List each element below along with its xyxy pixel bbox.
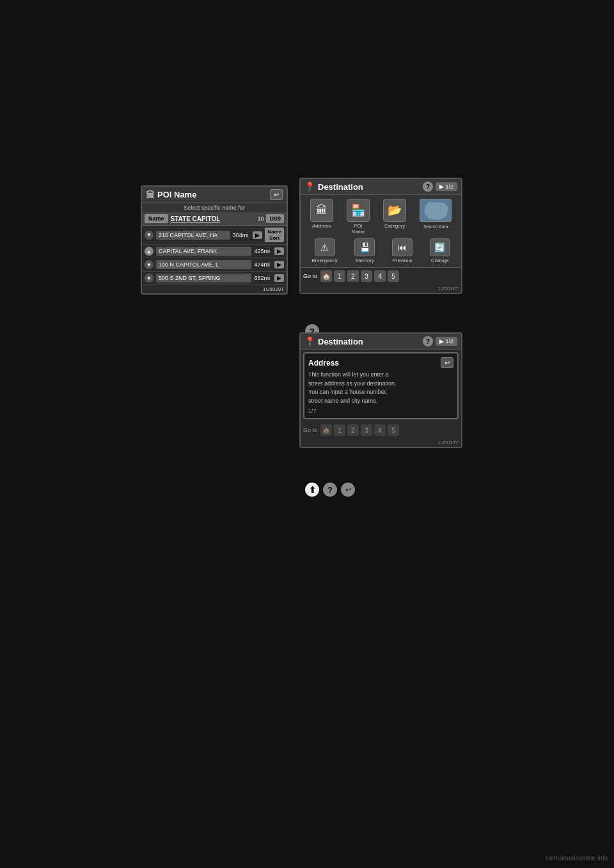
poi-list-item: ▼ 210 CAPITOL AVE, HA 304mi ▶ NameSort: [142, 226, 287, 245]
poi-header-title: 🏛 POI Name: [146, 190, 196, 200]
watermark-text: carmanualsonline.info: [546, 855, 608, 862]
popup-back-button[interactable]: ↩: [441, 357, 453, 368]
icon-row-below-screens: ⬆ ? ↩: [305, 483, 355, 497]
dest-change-label: Change: [431, 258, 449, 263]
poi-down-arrow-icon-0[interactable]: ▼: [145, 231, 154, 240]
dest-goto-3-button-2[interactable]: 3: [361, 424, 372, 436]
poi-subtitle-text: Select specific name for: [142, 203, 287, 212]
dest-goto-label-1: Go to: [303, 273, 317, 279]
dest-memory-button[interactable]: 💾 Memory: [354, 238, 375, 263]
dest-category-icon: 📂: [383, 199, 406, 222]
dest-goto-3-button[interactable]: 3: [361, 270, 372, 282]
dest-category-button[interactable]: 📂 Category: [383, 199, 406, 235]
dest-poi-icon: 🏪: [347, 199, 370, 222]
page-background: 🏛 POI Name ↩ Select specific name for Na…: [0, 0, 614, 868]
poi-result-count: 10: [257, 215, 264, 222]
popup-title-row: Address ↩: [308, 357, 453, 368]
poi-item-text-3: 500 S 2ND ST, SPRING: [156, 274, 251, 283]
popup-line-1: This function will let you enter a: [308, 371, 453, 380]
dest-emergency-label: Emergency: [311, 258, 337, 263]
poi-distance-2: 474mi: [254, 261, 270, 268]
poi-item-text-2: 100 N CAPITOL AVE, L: [156, 260, 251, 269]
back-circle-icon: ↩: [341, 483, 355, 497]
poi-name-button[interactable]: Name: [145, 214, 168, 223]
poi-chevron-0[interactable]: ▶: [253, 231, 262, 239]
address-help-popup: Address ↩ This function will let you ent…: [303, 352, 459, 419]
dest-address-label: Address: [312, 223, 331, 229]
dest-goto-5-button-2[interactable]: 5: [388, 424, 399, 436]
poi-item-text-0: 210 CAPITOL AVE, HA: [156, 231, 230, 240]
popup-line-3: You can input a house number,: [308, 388, 453, 397]
dest-goto-2-button[interactable]: 2: [347, 270, 359, 282]
dest-previous-label: Previous: [392, 258, 412, 263]
poi-back-button[interactable]: ↩: [270, 189, 283, 200]
dest-goto-4-button[interactable]: 4: [374, 270, 386, 282]
arrow-up-icon: ⬆: [305, 483, 319, 497]
dest-page-indicator-2: ▶ 1/2: [436, 337, 457, 346]
poi-title-text: POI Name: [157, 190, 196, 199]
dest-bottom-row-1: ⚠ Emergency 💾 Memory ⏮ Previous 🔄 Change: [301, 236, 461, 268]
dest-search-area-button[interactable]: Search Area: [420, 199, 452, 235]
poi-list-item: ▼ 100 N CAPITOL AVE, L 474mi ▶: [142, 258, 287, 272]
poi-up-arrow-icon-1[interactable]: ▲: [145, 247, 154, 256]
dest-goto-home-icon[interactable]: 🏠: [320, 270, 332, 282]
dest-address-button[interactable]: 🏛 Address: [310, 199, 333, 235]
help-circle-icon: ?: [323, 483, 337, 497]
poi-down-arrow-icon-2[interactable]: ▼: [145, 260, 154, 269]
dest-goto-5-button[interactable]: 5: [388, 270, 399, 282]
poi-chevron-2[interactable]: ▶: [274, 261, 284, 268]
dest-goto-label-2: Go to: [303, 427, 317, 433]
dest-pin-icon-1: 📍: [304, 182, 315, 192]
popup-page-number: 1/7: [308, 408, 453, 414]
dest-screen-id-1: 1U5016T: [301, 284, 461, 293]
dest-header-2: 📍 Destination ? ▶ 1/2: [301, 334, 461, 350]
dest-address-icon: 🏛: [310, 199, 333, 222]
poi-building-icon: 🏛: [146, 190, 155, 200]
dest-title-1: 📍 Destination: [304, 182, 363, 192]
dest-category-label: Category: [384, 223, 405, 229]
poi-chevron-1[interactable]: ▶: [274, 247, 284, 255]
dest-pin-icon-2: 📍: [304, 336, 315, 346]
poi-search-bar: Name STATE CAPITOL 10 US9: [142, 212, 287, 226]
dest-goto-home-icon-2[interactable]: 🏠: [320, 424, 332, 436]
dest-goto-1-button[interactable]: 1: [334, 270, 345, 282]
poi-us9-button[interactable]: US9: [266, 214, 284, 223]
poi-chevron-3[interactable]: ▶: [274, 274, 284, 282]
dest-header-right-2: ? ▶ 1/2: [423, 336, 457, 346]
dest-screen-id-2: 1U5017T: [301, 438, 461, 447]
dest-previous-button[interactable]: ⏮ Previous: [392, 238, 413, 263]
dest-page-indicator-1: ▶ 1/2: [436, 182, 457, 191]
dest-emergency-icon: ⚠: [315, 238, 335, 256]
dest-change-button[interactable]: 🔄 Change: [430, 238, 450, 263]
dest-goto-1-button-2[interactable]: 1: [334, 424, 345, 436]
dest-help-button-1[interactable]: ?: [423, 182, 433, 192]
poi-search-text: STATE CAPITOL: [171, 215, 255, 222]
poi-name-screen: 🏛 POI Name ↩ Select specific name for Na…: [141, 185, 288, 295]
poi-header: 🏛 POI Name ↩: [142, 187, 287, 203]
dest-goto-row-2: Go to 🏠 1 2 3 4 5: [301, 422, 461, 438]
dest-title-text-1: Destination: [318, 182, 363, 192]
dest-help-button-2[interactable]: ?: [423, 336, 433, 346]
poi-list-item: ▼ 500 S 2ND ST, SPRING 682mi ▶: [142, 272, 287, 285]
poi-down-arrow-icon-3[interactable]: ▼: [145, 274, 154, 283]
dest-header-right-1: ? ▶ 1/2: [423, 182, 457, 192]
dest-map-shape: [424, 202, 448, 220]
dest-goto-2-button-2[interactable]: 2: [347, 424, 359, 436]
dest-goto-4-button-2[interactable]: 4: [374, 424, 386, 436]
dest-map-thumbnail: [420, 199, 452, 222]
poi-item-text-1: CAPITAL AVE, FRANK: [156, 247, 251, 256]
poi-distance-3: 682mi: [254, 275, 270, 281]
dest-search-area-label: Search Area: [423, 224, 448, 229]
dest-title-2: 📍 Destination: [304, 336, 363, 346]
dest-poi-name-button[interactable]: 🏪 POIName: [347, 199, 370, 235]
poi-distance-0: 304mi: [233, 232, 249, 238]
dest-poi-label: POIName: [351, 223, 365, 235]
dest-memory-label: Memory: [356, 258, 374, 263]
poi-list-item: ▲ CAPITAL AVE, FRANK 425mi ▶: [142, 245, 287, 258]
dest-goto-row-1: Go to 🏠 1 2 3 4 5: [301, 268, 461, 284]
popup-address-title: Address: [308, 359, 339, 368]
poi-name-sort-button[interactable]: NameSort: [265, 228, 284, 242]
popup-line-4: street name and city name.: [308, 397, 453, 406]
poi-distance-1: 425mi: [254, 248, 270, 254]
dest-emergency-button[interactable]: ⚠ Emergency: [311, 238, 337, 263]
